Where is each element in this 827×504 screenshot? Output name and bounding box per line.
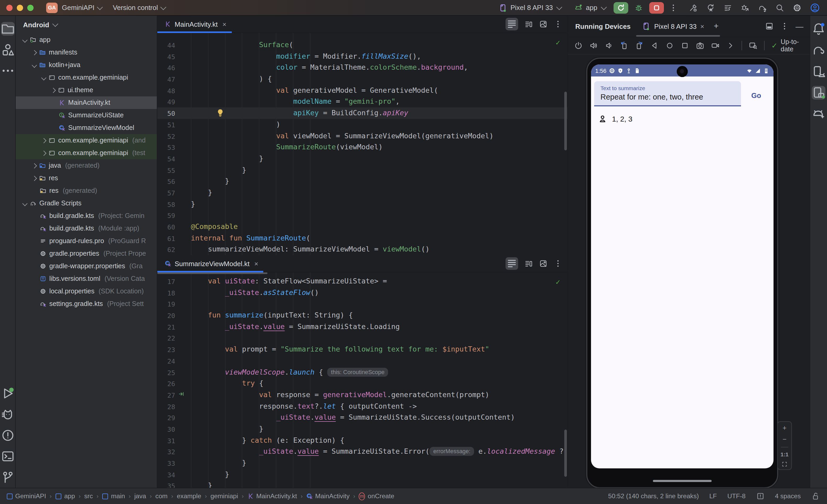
breadcrumb-item[interactable]: com [155,493,167,500]
stripe-git[interactable] [1,470,14,484]
code-line[interactable]: 47 ) { [157,73,568,85]
home-icon[interactable] [666,41,674,50]
code-line[interactable]: 28 response.text?.let { outputContent -> [157,400,568,412]
tree-item[interactable]: res [16,172,157,184]
inspections-ok-icon[interactable]: ✓ [555,277,560,288]
tree-item[interactable]: MainActivity.kt [16,96,157,109]
code-line[interactable]: 58} [157,198,568,210]
breadcrumb-item[interactable]: src [84,493,93,500]
status-widget[interactable]: 4 spaces [775,493,801,500]
fit-to-window-icon[interactable] [781,461,788,467]
code-line[interactable]: 27 val response = generativeModel.genera… [157,389,568,400]
chevron-right-icon[interactable] [32,175,37,181]
kebab-icon[interactable] [554,20,562,28]
tree-item[interactable]: com.example.geminiapi(test [16,147,157,159]
window-layout-icon[interactable] [765,22,774,31]
breadcrumb-item[interactable]: monCreate [359,493,394,500]
vol-down-icon[interactable] [605,41,613,50]
code-line[interactable]: 51 ) [157,119,568,130]
code-line[interactable]: 29 _uiState.value = SummarizeUiState.Suc… [157,412,568,423]
intention-lightbulb-icon[interactable] [216,108,225,117]
back-icon[interactable] [650,41,659,50]
code-editor-mainactivity[interactable]: ✓ 44 Surface(45 modifier = Modifier.fill… [157,33,568,255]
breadcrumb-item[interactable]: MainActivity.kt [247,493,297,500]
version-control-menu[interactable]: Version control [113,4,165,11]
tree-item[interactable]: app [16,34,157,46]
code-line[interactable]: 45 modifier = Modifier.fillMaxSize(), [157,51,568,62]
stripe-bell[interactable] [812,22,825,36]
preview-icon[interactable] [539,20,547,28]
stripe-terminal[interactable] [1,450,14,463]
code-line[interactable]: 25 viewModelScope.launch { this: Corouti… [157,367,568,378]
code-line[interactable]: 53 SummarizeRoute(viewModel) [157,142,568,153]
debug-bug-icon[interactable] [635,3,643,12]
chevron-right-icon[interactable] [41,138,46,143]
code-line[interactable]: 56 } [157,176,568,187]
tree-item[interactable]: local.properties(SDK Location) [16,285,157,297]
code-line[interactable]: 50 apiKey = BuildConfig.apiKey [157,107,568,119]
chevron-right-icon[interactable] [41,150,46,156]
tree-item[interactable]: res(generated) [16,184,157,197]
go-button[interactable]: Go [743,81,769,100]
power-icon[interactable] [574,41,583,50]
macos-zoom-button[interactable] [27,4,34,11]
tree-item[interactable]: kotlin+java [16,59,157,71]
tree-item[interactable]: build.gradle.kts(Module :app) [16,222,157,235]
tree-item[interactable]: com.example.geminiapi [16,71,157,84]
code-line[interactable]: 22 [157,332,568,344]
tree-item[interactable]: gradle.properties(Project Prope [16,247,157,260]
preview-icon[interactable] [539,259,547,268]
stripe-problems[interactable] [1,429,14,442]
tree-item[interactable]: libs.versions.toml(Version Cata [16,272,157,285]
attach-debugger-icon[interactable] [741,3,749,12]
code-line[interactable]: 31 } catch (e: Exception) { [157,435,568,446]
code-editor-summarizeviewmodel[interactable]: ✓ 17 val uiState: StateFlow<SummarizeUiS… [157,272,568,488]
tree-item[interactable]: gradle-wrapper.properties(Gra [16,260,157,272]
chevron-right-icon[interactable] [32,50,37,55]
macos-close-button[interactable] [6,4,12,11]
warning-icon[interactable] [756,492,765,500]
code-line[interactable]: 59 [157,210,568,221]
record-icon[interactable] [711,41,720,50]
code-line[interactable]: 55 } [157,164,568,175]
stripe-running-devices[interactable] [812,86,825,100]
code-line[interactable]: 30 } [157,423,568,435]
code-line[interactable]: 17 val uiState: StateFlow<SummarizeUiSta… [157,276,568,287]
tree-item[interactable]: manifests [16,46,157,59]
code-line[interactable]: 44 Surface( [157,39,568,51]
actual-size-button[interactable]: 1:1 [781,451,788,457]
device-tab[interactable]: Pixel 8 API 33 × [642,22,704,31]
code-line[interactable]: 54 } [157,153,568,164]
code-line[interactable]: 57 } [157,187,568,198]
project-menu[interactable]: GeminiAPI [62,4,101,11]
stripe-folder[interactable] [1,22,14,36]
breadcrumb-item[interactable]: example [177,493,201,500]
unlock-icon[interactable] [811,492,820,500]
tree-item[interactable]: build.gradle.kts(Project: Gemin [16,210,157,222]
code-line[interactable]: 26 try { [157,378,568,389]
search-icon[interactable] [776,3,784,12]
rotate-left-icon[interactable] [620,41,628,50]
stripe-device-manager[interactable] [812,65,825,78]
list-view-icon[interactable] [505,257,518,270]
settings-icon[interactable] [793,3,801,12]
breadcrumb-item[interactable]: app [55,493,75,500]
tree-item[interactable]: SummarizeViewModel [16,121,157,134]
code-line[interactable]: 23 val prompt = "Summarize the following… [157,344,568,355]
gradle-sync-icon[interactable] [758,3,767,12]
code-line[interactable]: 35 } [157,480,568,488]
tab-mainactivity[interactable]: MainActivity.kt × [157,15,232,33]
run-to-cursor-icon[interactable] [178,391,185,397]
rerun-button[interactable] [614,2,628,13]
phone-screen[interactable]: 1:56 Text to summarize Repeat for me: on… [591,64,774,468]
stripe-resource-manager[interactable] [1,43,14,57]
screen-search-icon[interactable] [749,41,757,50]
hide-panel-button[interactable]: — [795,22,804,31]
stripe-run[interactable] [1,387,14,400]
breadcrumb-item[interactable]: java [134,493,146,500]
status-widget[interactable]: UTF-8 [727,493,746,500]
chevron-right-icon[interactable] [726,41,735,50]
editor-hscrollbar[interactable] [157,272,267,274]
code-line[interactable]: 32 _uiState.value = SummarizeUiState.Err… [157,446,568,457]
zoom-out-button[interactable]: − [782,435,786,443]
